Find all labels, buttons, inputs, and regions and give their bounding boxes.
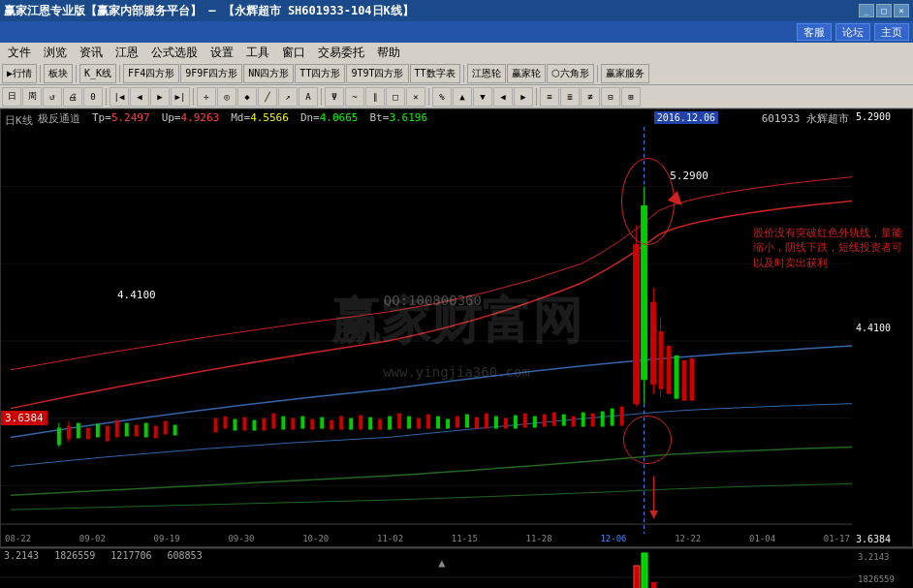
tb-f4[interactable]: F F4四方形 (123, 64, 179, 83)
tb-icon-prev2[interactable]: ◀ (130, 87, 149, 107)
chart-container[interactable]: 赢家财富网 www.yingjia360.com QQ:100800360 日K… (0, 108, 913, 547)
tb-icon-zk3[interactable]: ≢ (581, 87, 600, 107)
tb-kxian[interactable]: K̲ K线 (79, 64, 116, 83)
tb-9t[interactable]: 9T 9T四方形 (346, 64, 408, 83)
tb-icon-play[interactable]: ▶ (150, 87, 170, 107)
svg-rect-13 (106, 426, 110, 442)
toolbar-row1: ▶ 行情 板块 K̲ K线 F F4四方形 9F 9F四方形 N N四方形 T … (0, 62, 913, 85)
svg-rect-14 (115, 420, 119, 438)
sep3 (119, 65, 120, 82)
svg-rect-15 (125, 423, 129, 437)
tb-bankuai[interactable]: 板块 (44, 64, 73, 83)
sep7 (193, 88, 194, 106)
window-controls: _ □ × (859, 4, 909, 17)
tb-tsz[interactable]: T T数字表 (410, 64, 460, 83)
tb-icon-zk1[interactable]: ≡ (540, 87, 559, 107)
tb-icon-day[interactable]: 日 (2, 87, 21, 107)
tb-icon-line[interactable]: ╱ (258, 87, 277, 107)
tb-icon-down[interactable]: ▼ (473, 87, 492, 107)
tb-icon-text[interactable]: A (299, 87, 318, 107)
tb-icon-up[interactable]: ▲ (453, 87, 472, 107)
tb-icon-arrow[interactable]: ↗ (278, 87, 298, 107)
stock-info: 601933 永辉超市 (762, 111, 849, 126)
svg-rect-75 (689, 358, 694, 401)
svg-rect-51 (504, 418, 508, 429)
tb-icon-prev[interactable]: |◀ (110, 87, 129, 107)
svg-rect-32 (320, 418, 324, 429)
qq-watermark: QQ:100800360 (384, 293, 482, 308)
zhuye-button[interactable]: 主页 (874, 23, 909, 41)
svg-rect-62 (611, 409, 614, 426)
tb-liujiao[interactable]: ⬡ 六角形 (547, 64, 594, 83)
tb-icon-rect[interactable]: □ (386, 87, 405, 107)
tb-icon-fib[interactable]: Ψ (325, 87, 344, 107)
svg-rect-45 (446, 419, 450, 429)
svg-rect-43 (426, 415, 430, 429)
tb-jiangenl[interactable]: 江恩轮 (467, 64, 506, 83)
kefu-button[interactable]: 客服 (797, 23, 832, 41)
tb-icon-circle1[interactable]: ◎ (217, 87, 236, 107)
svg-rect-49 (485, 414, 488, 429)
price-top-label: 5.2900 (670, 170, 708, 182)
tb-icon-zk5[interactable]: ⊞ (621, 87, 641, 107)
close-button[interactable]: × (894, 4, 909, 17)
maximize-button[interactable]: □ (876, 4, 892, 17)
tb-icon-diamond[interactable]: ◆ (237, 87, 257, 107)
tp-val: 5.2497 (111, 111, 150, 124)
tb-9f[interactable]: 9F 9F四方形 (180, 64, 242, 83)
menu-window[interactable]: 窗口 (276, 44, 311, 61)
svg-rect-35 (349, 418, 353, 430)
tb-icon-percent[interactable]: % (432, 87, 452, 107)
tb-icon-next[interactable]: ▶| (171, 87, 190, 107)
window-title: 赢家江恩专业版【赢家内部服务平台】 — 【永辉超市 SH601933-104日K… (4, 3, 414, 19)
tb-icon-delete[interactable]: ✕ (406, 87, 425, 107)
tb-icon-zk4[interactable]: ⊟ (601, 87, 620, 107)
tb-icon-left[interactable]: ◀ (493, 87, 513, 107)
svg-rect-17 (144, 423, 148, 438)
minimize-button[interactable]: _ (859, 4, 874, 17)
svg-rect-39 (388, 417, 392, 430)
menu-browse[interactable]: 浏览 (38, 44, 73, 61)
tb-yingjial[interactable]: 赢家轮 (507, 64, 546, 83)
svg-rect-10 (77, 423, 80, 439)
tb-icon-zoom0[interactable]: 0 (83, 87, 103, 107)
svg-rect-26 (262, 418, 266, 431)
annotation-text: 股价没有突破红色外轨线，量能 缩小，阴线下跌，短线投资者可 以及时卖出获利 (753, 226, 902, 270)
tb-hangqing[interactable]: ▶ 行情 (2, 64, 37, 83)
svg-rect-57 (562, 415, 566, 426)
svg-rect-53 (523, 414, 527, 428)
svg-rect-41 (407, 417, 411, 429)
menu-formula[interactable]: 公式选股 (145, 44, 204, 61)
tb-icon-wave[interactable]: ~ (345, 87, 364, 107)
svg-rect-28 (281, 417, 285, 430)
tb-t4[interactable]: T T四方形 (295, 64, 345, 83)
sep2 (76, 65, 77, 82)
topbar: 客服 论坛 主页 (0, 21, 913, 43)
tb-icon-print[interactable]: 🖨 (63, 87, 82, 107)
svg-rect-54 (533, 417, 537, 428)
svg-rect-31 (310, 419, 314, 430)
luntan-button[interactable]: 论坛 (835, 23, 870, 41)
tb-icon-cross[interactable]: ✛ (197, 87, 216, 107)
bt-val: 3.6196 (389, 111, 427, 124)
menu-trade[interactable]: 交易委托 (312, 44, 370, 61)
menu-gann[interactable]: 江恩 (110, 44, 144, 61)
menu-tools[interactable]: 工具 (240, 44, 275, 61)
tb-icon-refresh[interactable]: ↺ (43, 87, 62, 107)
tb-icon-channel[interactable]: ∥ (365, 87, 385, 107)
tb-icon-zk2[interactable]: ≣ (560, 87, 580, 107)
tb-icon-right[interactable]: ▶ (514, 87, 533, 107)
tb-nf[interactable]: N N四方形 (243, 64, 294, 83)
menu-file[interactable]: 文件 (2, 44, 37, 61)
menu-settings[interactable]: 设置 (205, 44, 239, 61)
svg-rect-21 (214, 418, 218, 433)
svg-rect-30 (300, 417, 304, 429)
menu-help[interactable]: 帮助 (371, 44, 406, 61)
tb-service[interactable]: 赢家服务 (601, 64, 649, 83)
svg-rect-24 (242, 418, 246, 431)
svg-rect-40 (397, 414, 401, 429)
sep4 (463, 65, 464, 82)
tb-icon-week[interactable]: 周 (22, 87, 42, 107)
menu-news[interactable]: 资讯 (74, 44, 109, 61)
vol-triangle: ▲ (438, 556, 445, 570)
